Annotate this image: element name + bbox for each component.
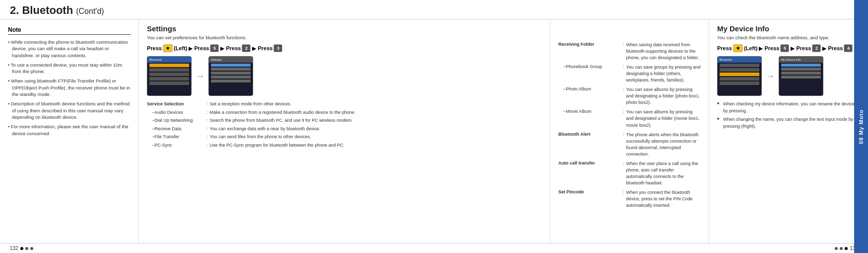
settings-section: Settings You can set preferences for blu… — [139, 19, 550, 243]
mid-desc-7: When you connect the bluetooth device, p… — [626, 189, 701, 209]
service-desc-5: You can send files from the phone to oth… — [210, 134, 542, 141]
screen-thumb-settings: Settings — [208, 56, 253, 96]
mid-label-5: Bluetooth Alert — [558, 132, 623, 137]
key-star-1: ★ — [163, 44, 173, 52]
chapter-tab: 08 My Moto — [854, 19, 868, 243]
key-5-1: 5 — [210, 44, 219, 52]
key-star-2: ★ — [733, 44, 743, 52]
chapter-label: 08 My Moto — [858, 109, 864, 144]
device-info-title: My Device Info — [717, 24, 860, 33]
page-header: 2. Bluetooth (Cont'd) — [0, 0, 868, 19]
press-text-4: Press — [258, 45, 272, 51]
note-section: Note • While connecting the phone to blu… — [0, 19, 139, 243]
service-row-4: −Receive Data : You can exchange data wi… — [147, 126, 542, 133]
mid-label-1: Receiving Folder — [558, 42, 623, 47]
arrow-di-3: ▶ — [822, 46, 826, 51]
mid-desc-1: When saving data received from bluetooth… — [626, 42, 701, 61]
page-title: 2. Bluetooth (Cont'd) — [10, 4, 858, 17]
screen-thumb-bt2: Bluetooth — [717, 56, 762, 96]
mid-desc-2: You can save groups by pressing and desi… — [626, 64, 701, 84]
service-name-3: −Dial Up Networking — [147, 117, 206, 124]
press-text-1: Press — [147, 45, 162, 51]
screen-thumb-bluetooth: Bluetooth — [147, 56, 192, 96]
mid-label-3: −Photo Album — [558, 86, 623, 91]
note-item-4: • Description of bluetooth device functi… — [8, 100, 131, 120]
left-label-2: (Left) — [744, 45, 758, 51]
dot-1 — [20, 247, 23, 250]
mid-row-4: −Movie Album : You can save albums by pr… — [558, 109, 701, 128]
service-desc-6: Use the PC-Sync program for bluetooth be… — [210, 142, 542, 149]
press-text-di-1: Press — [717, 45, 732, 51]
mid-label-2: −Phonebook Group — [558, 64, 623, 69]
mid-row-6: Auto call transfer : When the user place… — [558, 161, 701, 186]
press-text-di-4: Press — [828, 45, 843, 51]
service-name-6: −PC-Sync — [147, 142, 206, 149]
service-desc-3: Search the phone from bluetooth PC, and … — [210, 117, 542, 124]
page-container: 2. Bluetooth (Cont'd) Note • While conne… — [0, 0, 868, 253]
mid-desc-5: The phone alerts when the bluetooth succ… — [626, 132, 701, 158]
service-row-1: Service Selection : Set a reception mode… — [147, 101, 542, 108]
receiving-table: Receiving Folder : When saving data rece… — [558, 42, 701, 209]
note-item-1: • While connecting the phone to bluetoot… — [8, 39, 131, 59]
page-num-left: 132 — [10, 246, 33, 251]
service-desc-2: Make a connection from a registered blue… — [210, 109, 542, 116]
page-number-left: 132 — [10, 246, 18, 251]
service-table: Service Selection : Set a reception mode… — [147, 101, 542, 149]
settings-press-bar: Press ★ (Left) ▶ Press 5 ▶ Press 2 ▶ Pre… — [147, 44, 542, 52]
service-name-1: Service Selection — [147, 101, 206, 108]
arrow-3: ▶ — [252, 46, 256, 51]
mid-desc-6: When the user place a call using the pho… — [626, 161, 701, 186]
device-info-press-bar: Press ★ (Left) ▶ Press 5 ▶ Press 2 ▶ Pre… — [717, 44, 860, 52]
screen-thumb-mydevice: My Device Info — [779, 56, 823, 96]
mid-row-2: −Phonebook Group : You can save groups b… — [558, 64, 701, 84]
note-item-5: • For more information, please see the u… — [8, 123, 131, 137]
mid-label-4: −Movie Album — [558, 109, 623, 114]
device-info-note-2: When changing the name, you can change t… — [717, 116, 860, 130]
arrow-1: ▶ — [189, 46, 193, 51]
service-name-4: −Receive Data — [147, 126, 206, 133]
key-2-2: 2 — [812, 44, 821, 52]
page-footer: 132 133 — [0, 243, 868, 253]
mid-row-3: −Photo Album : You can save albums by pr… — [558, 86, 701, 106]
service-row-2: −Audio Devices : Make a connection from … — [147, 109, 542, 116]
service-name-2: −Audio Devices — [147, 109, 206, 116]
service-desc-1: Set a reception mode from other devices. — [210, 101, 542, 108]
dot-3 — [30, 247, 33, 250]
mid-label-7: Set Pincode — [558, 189, 623, 194]
mid-row-5: Bluetooth Alert : The phone alerts when … — [558, 132, 701, 158]
device-info-note-1: When checking my device information, you… — [717, 101, 860, 114]
device-info-subtitle: You can check the bluetooth name address… — [717, 35, 860, 40]
arrow-di-1: ▶ — [759, 46, 763, 51]
note-item-3: • When using bluetooth FTP(File Transfer… — [8, 78, 131, 97]
arrow-2: ▶ — [220, 46, 224, 51]
device-info-screenshots: Bluetooth → My Device Info — [717, 56, 860, 96]
service-row-5: −File Transfer : You can send files from… — [147, 134, 542, 141]
settings-title: Settings — [147, 24, 542, 33]
press-text-di-2: Press — [764, 45, 779, 51]
settings-subtitle: You can set preferences for bluetooth fu… — [147, 35, 542, 40]
key-4-1: 4 — [844, 44, 853, 52]
main-content: Note • While connecting the phone to blu… — [0, 19, 868, 243]
note-item-2: • To use a connected device, you must st… — [8, 62, 131, 75]
service-name-5: −File Transfer — [147, 134, 206, 141]
note-title: Note — [8, 26, 131, 35]
mid-desc-4: You can save albums by pressing and desi… — [626, 109, 701, 128]
dot-2 — [25, 247, 28, 250]
device-info-notes: When checking my device information, you… — [717, 101, 860, 130]
arrow-di-2: ▶ — [791, 46, 795, 51]
press-text-di-3: Press — [796, 45, 811, 51]
arrow-between-screens-2: → — [766, 71, 775, 82]
settings-screenshots: Bluetooth → Settings — [147, 56, 542, 96]
arrow-between-screens-1: → — [196, 71, 204, 82]
press-text-2: Press — [194, 45, 209, 51]
left-label-1: (Left) — [174, 45, 188, 51]
mid-desc-3: You can save albums by pressing and desi… — [626, 86, 701, 106]
service-row-3: −Dial Up Networking : Search the phone f… — [147, 117, 542, 124]
note-list: • While connecting the phone to bluetoot… — [8, 39, 131, 137]
key-5-2: 5 — [780, 44, 789, 52]
middle-section: Receiving Folder : When saving data rece… — [550, 19, 709, 243]
mid-row-1: Receiving Folder : When saving data rece… — [558, 42, 701, 61]
dot-5 — [840, 247, 843, 250]
service-desc-4: You can exchange data with a near by blu… — [210, 126, 542, 133]
press-text-3: Press — [226, 45, 241, 51]
